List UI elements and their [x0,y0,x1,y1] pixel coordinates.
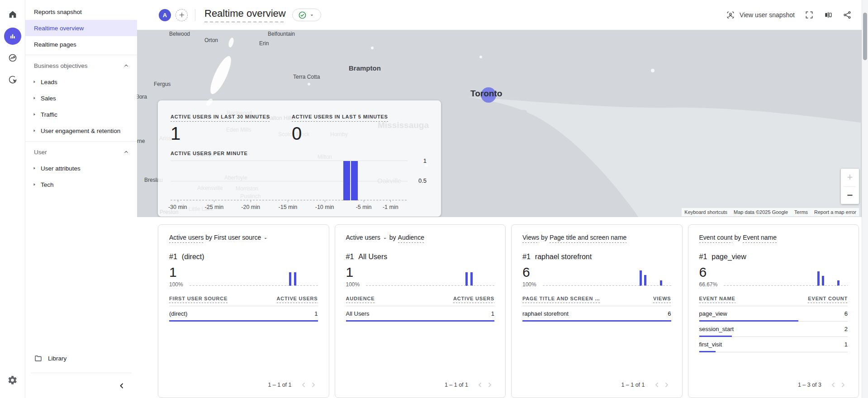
metric-value: 1 [171,124,292,142]
row-name: raphael storefront [522,310,569,317]
page-scrollbar[interactable] [862,0,868,398]
column-header[interactable]: AUDIENCE [346,296,375,303]
dimension-selector[interactable]: First user source [214,234,261,241]
top-entry: #1 (direct) [169,253,318,261]
axis-tick [178,200,178,202]
axis-tick [364,200,364,202]
column-header[interactable]: PAGE TITLE AND SCREEN … [522,296,600,303]
check-circle-icon [298,11,307,19]
sparkline-bar [660,280,662,286]
chevron-right-icon[interactable] [662,380,671,389]
row-name: session_start [699,326,734,332]
metric-label[interactable]: ACTIVE USERS IN LAST 30 MINUTES [171,114,270,122]
sidebar-item-library[interactable]: Library [25,349,137,367]
sidebar-collapse-zone [31,373,132,398]
sidebar-item-reports-snapshot[interactable]: Reports snapshot [25,4,137,20]
dimension-selector[interactable]: Event name [743,234,777,243]
column-header[interactable]: ACTIVE USERS [453,296,494,303]
sidebar-item-realtime-overview[interactable]: Realtime overview [25,20,137,36]
collapse-sidebar-icon[interactable] [117,381,126,390]
sidebar-item-tech[interactable]: Tech [25,176,137,193]
share-icon[interactable] [843,10,852,19]
sidebar-item-realtime-pages[interactable]: Realtime pages [25,36,137,52]
sidebar-spacer [25,193,137,349]
page-title: Realtime overview [204,8,286,22]
compare-icon[interactable] [824,10,833,19]
home-icon[interactable] [4,6,21,23]
sparkline-bar [294,272,296,286]
map-label: Belwood [169,31,190,37]
avatar[interactable]: A [159,9,171,21]
reports-icon[interactable] [4,28,21,45]
topbar-actions: View user snapshot [726,10,852,19]
top-entry-value: 6 [699,265,718,279]
card-title: Event count by Event name [699,234,848,243]
explore-icon[interactable] [4,71,21,88]
realtime-map[interactable]: Belwood Orton Belfountain Erin Brampton … [137,30,868,217]
view-user-snapshot-button[interactable]: View user snapshot [726,10,795,19]
metric-selector[interactable]: Views [522,234,539,243]
chevron-left-icon[interactable] [299,380,308,389]
sparkline-bar [644,275,646,286]
metric-label[interactable]: ACTIVE USERS IN LAST 5 MINUTES [292,114,388,122]
terms-link[interactable]: Terms [794,209,808,215]
column-header[interactable]: FIRST USER SOURCE [169,296,228,303]
row-name: page_view [699,310,727,317]
x-axis-labels: -30 min -25 min -20 min -15 min -10 min … [171,204,408,211]
top-entry-name: raphael storefront [535,253,592,261]
rank-label: #1 [346,253,354,261]
column-header[interactable]: EVENT NAME [699,296,735,303]
caret-down-icon[interactable] [263,236,268,241]
chevron-right-icon[interactable] [309,380,318,389]
chevron-left-icon[interactable] [652,380,661,389]
report-map-error-link[interactable]: Report a map error [814,209,856,215]
chevron-right-icon[interactable] [839,380,848,389]
row-name: first_visit [699,341,722,348]
map-label: Erin [259,40,269,47]
table-header: AUDIENCE ACTIVE USERS [346,296,495,303]
sidebar-item-label: User engagement & retention [41,128,120,134]
chevron-right-icon[interactable] [485,380,494,389]
sidebar-item-user-engagement[interactable]: User engagement & retention [25,123,137,139]
add-comparison-button[interactable] [175,9,188,21]
column-header[interactable]: VIEWS [653,296,671,303]
column-header[interactable]: ACTIVE USERS [277,296,318,303]
rank-label: #1 [169,253,177,261]
table-row: (direct) 1 [169,306,318,322]
sidebar-item-leads[interactable]: Leads [25,74,137,90]
caret-down-icon[interactable] [382,236,388,241]
zoom-out-button[interactable]: − [841,187,859,204]
dimension-selector[interactable]: Audience [398,234,424,243]
advertising-icon[interactable] [4,49,21,66]
report-status-dropdown[interactable] [292,9,321,21]
chevron-left-icon[interactable] [475,380,484,389]
chevron-up-icon [123,62,130,69]
sidebar-section-business-objectives[interactable]: Business objectives [25,57,137,74]
top-entry-value: 1 [346,265,360,279]
axis-tick [288,200,288,202]
fullscreen-icon[interactable] [805,10,814,19]
ga-realtime-app: Reports snapshot Realtime overview Realt… [0,0,868,398]
metric-selector[interactable]: Active users [346,234,380,241]
settings-gear-icon[interactable] [4,371,21,389]
topbar: A Realtime overview View user snapshot [137,0,868,30]
per-minute-chart-title: ACTIVE USERS PER MINUTE [171,151,428,156]
sidebar-item-user-attributes[interactable]: User attributes [25,160,137,176]
dimension-selector[interactable]: Page title and screen name [550,234,626,243]
sidebar-section-user[interactable]: User [25,144,137,160]
card-pagination: 1 – 1 of 1 [169,376,318,392]
sidebar-item-sales[interactable]: Sales [25,90,137,106]
x-tick-label: -10 min [315,204,334,210]
scrollbar-thumb[interactable] [863,13,867,60]
axis-tick [325,200,325,202]
top-entry-percent: 66.67% [699,281,718,288]
metric-selector[interactable]: Event count [699,234,733,243]
top-entry-value: 6 [522,265,536,279]
chevron-left-icon[interactable] [829,380,838,389]
table-row: session_start 2 [699,322,848,337]
zoom-in-button[interactable]: + [841,169,859,186]
metric-selector[interactable]: Active users [169,234,204,243]
column-header[interactable]: EVENT COUNT [808,296,848,303]
sidebar-item-traffic[interactable]: Traffic [25,106,137,123]
keyboard-shortcuts-link[interactable]: Keyboard shortcuts [684,209,727,215]
